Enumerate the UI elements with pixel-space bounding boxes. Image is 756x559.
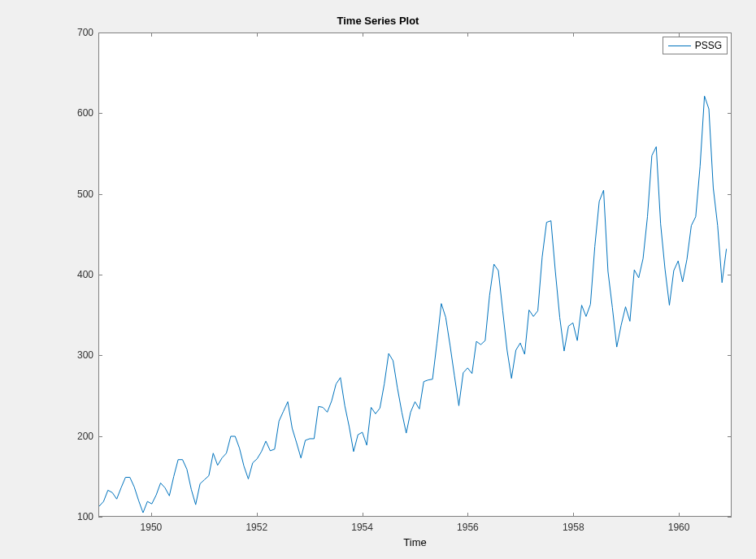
data-line bbox=[99, 96, 727, 513]
x-tick-mark bbox=[573, 32, 574, 37]
x-tick-label: 1952 bbox=[245, 517, 267, 533]
y-tick-mark bbox=[98, 517, 102, 518]
y-tick-mark bbox=[728, 436, 732, 437]
x-tick-mark bbox=[467, 513, 468, 517]
y-tick-mark bbox=[98, 194, 102, 195]
x-tick-label: 1954 bbox=[351, 517, 373, 533]
y-tick-label: 200 bbox=[53, 431, 98, 442]
x-tick-mark bbox=[679, 32, 680, 37]
x-tick-mark bbox=[363, 32, 363, 37]
y-tick-mark bbox=[98, 355, 102, 356]
x-tick-mark bbox=[257, 32, 258, 37]
x-tick-mark bbox=[363, 513, 363, 517]
x-tick-mark bbox=[679, 513, 680, 517]
y-tick-mark bbox=[728, 355, 732, 356]
x-axis-label: Time bbox=[98, 536, 732, 548]
x-tick-mark bbox=[151, 32, 152, 37]
x-tick-label: 1958 bbox=[563, 517, 584, 533]
x-tick-label: 1960 bbox=[668, 517, 690, 533]
y-tick-mark bbox=[98, 436, 102, 437]
chart-title: Time Series Plot bbox=[0, 15, 756, 27]
y-tick-mark bbox=[728, 113, 732, 114]
y-tick-mark bbox=[728, 194, 732, 195]
x-tick-mark bbox=[573, 513, 574, 517]
legend-label: PSSG bbox=[695, 40, 722, 51]
figure-window: Time Series Plot PSSG 100200300400500600… bbox=[0, 0, 756, 559]
x-tick-mark bbox=[151, 513, 152, 517]
y-tick-label: 500 bbox=[53, 188, 98, 200]
axes-area: PSSG bbox=[98, 32, 732, 517]
y-tick-mark bbox=[98, 32, 102, 33]
x-tick-mark bbox=[467, 32, 468, 37]
y-tick-mark bbox=[98, 275, 102, 275]
y-tick-label: 100 bbox=[53, 511, 98, 522]
plot-canvas bbox=[99, 33, 731, 516]
y-tick-label: 600 bbox=[53, 107, 98, 119]
y-tick-label: 400 bbox=[53, 269, 98, 280]
y-tick-mark bbox=[728, 517, 732, 518]
legend-item: PSSG bbox=[668, 39, 722, 52]
y-tick-label: 300 bbox=[53, 349, 98, 361]
y-tick-mark bbox=[728, 32, 732, 33]
y-tick-mark bbox=[728, 275, 732, 275]
x-tick-label: 1956 bbox=[457, 517, 479, 533]
y-tick-mark bbox=[98, 113, 102, 114]
legend-box: PSSG bbox=[663, 37, 728, 54]
x-tick-mark bbox=[257, 513, 258, 517]
x-tick-label: 1950 bbox=[141, 517, 163, 533]
y-tick-label: 700 bbox=[53, 27, 98, 38]
legend-line-sample bbox=[668, 46, 691, 46]
